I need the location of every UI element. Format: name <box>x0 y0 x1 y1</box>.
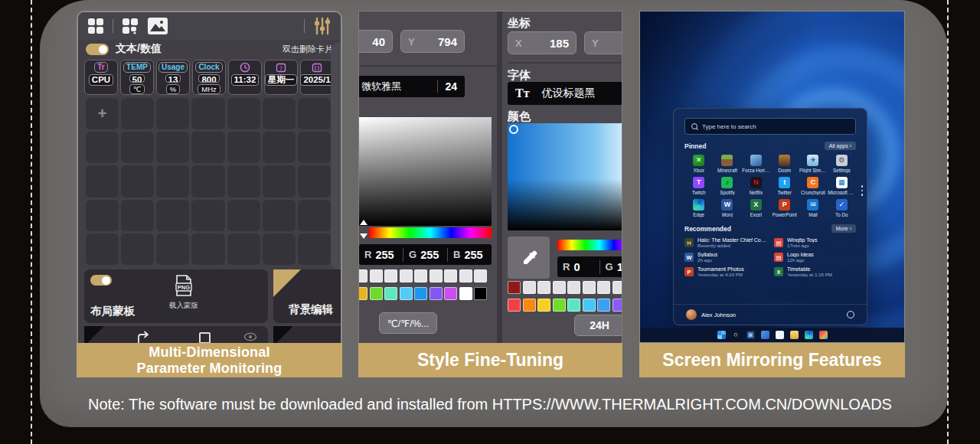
pinned-app[interactable]: Minecraft <box>713 155 741 173</box>
hue-marker-up-icon[interactable] <box>360 220 368 225</box>
hue-slider[interactable] <box>369 227 492 238</box>
grid-cell[interactable] <box>86 165 119 197</box>
image-icon[interactable] <box>147 17 168 35</box>
unit-format-button[interactable]: ℃/℉/%... <box>379 312 437 334</box>
pinned-app[interactable]: Forza Horizon 4 <box>742 155 770 173</box>
grid-cell[interactable] <box>191 233 224 265</box>
pinned-app[interactable]: ⚙ Settings <box>828 155 856 173</box>
color-swatch[interactable] <box>537 299 550 312</box>
taskbar-icon[interactable]: ▣ <box>746 331 755 339</box>
card-temp[interactable]: TEMP 50 ℃ <box>120 60 154 95</box>
card-weekday[interactable]: 7 星期一 <box>264 60 298 95</box>
recommended-item[interactable]: H Halo: The Master Chief Collection Rece… <box>684 237 766 248</box>
more-button[interactable]: More <box>831 224 856 233</box>
grid-cell[interactable] <box>156 200 189 231</box>
time-format-button[interactable]: 24H <box>574 315 622 336</box>
eyedropper-button[interactable] <box>508 237 550 279</box>
grid-cell[interactable] <box>227 165 260 197</box>
layout-mask-card[interactable]: PNG 载入蒙版 布局蒙板 <box>84 269 268 323</box>
color-swatch[interactable] <box>400 287 413 300</box>
grid-cell[interactable] <box>298 132 331 163</box>
square-shape-icon[interactable] <box>199 332 211 343</box>
hue-slider[interactable] <box>557 240 622 250</box>
y-coordinate-field[interactable]: Y 794 <box>400 30 465 53</box>
picker-marker[interactable] <box>509 125 518 134</box>
grid-cell[interactable] <box>227 132 260 163</box>
text-numeric-toggle[interactable] <box>86 44 109 55</box>
grid-cell[interactable] <box>191 165 224 197</box>
taskbar-icon[interactable] <box>819 331 828 339</box>
font-select[interactable]: Tт 优设标题黑 <box>508 82 622 105</box>
color-swatch[interactable] <box>400 269 413 282</box>
recommended-item[interactable]: ▤ Wingtip Toys 17min ago <box>774 237 856 248</box>
grid-cell[interactable] <box>298 233 331 265</box>
pinned-app[interactable]: N Netflix <box>742 177 770 195</box>
search-input[interactable]: Type here to search <box>684 118 856 135</box>
y-coordinate-field[interactable]: Y 2 <box>584 31 622 54</box>
grid-cell[interactable] <box>86 233 119 265</box>
sliders-icon[interactable] <box>313 17 332 35</box>
color-swatch[interactable] <box>523 299 536 312</box>
card-date[interactable]: 2025/1 <box>300 60 334 95</box>
card-usage[interactable]: Usage 13 % <box>156 60 190 95</box>
pinned-app[interactable]: ✕ Xbox <box>684 155 713 173</box>
recommended-item[interactable]: X Timetable Yesterday at 1:15 PM <box>774 266 856 277</box>
color-swatch[interactable] <box>414 269 427 282</box>
layout-mask-toggle[interactable] <box>90 275 112 286</box>
grid-cell[interactable] <box>121 165 154 197</box>
layout-grid-icon[interactable] <box>87 18 104 34</box>
color-swatch[interactable] <box>444 287 457 300</box>
font-select[interactable]: 微软雅黑 24 <box>358 76 465 97</box>
saturation-value-picker[interactable] <box>359 117 492 226</box>
color-swatch[interactable] <box>523 281 536 294</box>
pinned-app[interactable]: ✓ To Do <box>828 199 856 217</box>
grid-cell[interactable] <box>156 98 189 129</box>
tools-card[interactable] <box>84 326 268 343</box>
card-time[interactable]: 11:32 <box>228 60 262 95</box>
grid-cell[interactable] <box>263 165 296 197</box>
grid-cell[interactable] <box>298 98 331 129</box>
color-swatch[interactable] <box>597 281 610 294</box>
saturation-value-picker[interactable] <box>508 123 622 230</box>
taskbar-icon[interactable] <box>761 331 769 339</box>
layout-grid-add-icon[interactable] <box>122 18 139 34</box>
color-swatch[interactable] <box>612 299 623 312</box>
color-swatch[interactable] <box>414 287 427 300</box>
taskbar-icon[interactable] <box>805 331 813 339</box>
recommended-item[interactable]: W Syllabus 2h ago <box>684 252 766 263</box>
avatar[interactable] <box>686 309 697 320</box>
recommended-item[interactable]: P Tournament Photos Yesterday at 4:24 PM <box>684 266 766 277</box>
grid-cell[interactable] <box>121 98 154 129</box>
pinned-app[interactable]: C Crunchyroll <box>799 177 827 195</box>
power-icon[interactable] <box>847 311 854 318</box>
color-swatch[interactable] <box>567 299 580 312</box>
color-swatch[interactable] <box>444 269 457 282</box>
hue-marker-down-icon[interactable] <box>360 233 368 239</box>
grid-cell[interactable] <box>121 132 154 163</box>
pinned-app[interactable]: ▦ Microsoft Store <box>828 177 856 195</box>
load-mask-control[interactable]: PNG 载入蒙版 <box>161 274 207 311</box>
x-coordinate-field[interactable]: X 185 <box>508 31 577 54</box>
color-swatch[interactable] <box>583 281 596 294</box>
color-swatch[interactable] <box>358 269 368 282</box>
grid-cell[interactable] <box>227 233 260 265</box>
pinned-app[interactable]: ✉ Mail <box>799 199 827 217</box>
grid-cell[interactable] <box>263 132 296 163</box>
color-swatch[interactable] <box>474 287 487 300</box>
grid-cell[interactable] <box>86 132 119 163</box>
grid-cell[interactable] <box>263 98 296 129</box>
color-swatch[interactable] <box>459 269 472 282</box>
grid-cell[interactable] <box>121 233 154 265</box>
pinned-app[interactable]: X Excel <box>742 199 770 217</box>
color-swatch[interactable] <box>612 281 623 294</box>
color-swatch[interactable] <box>553 299 566 312</box>
color-swatch[interactable] <box>508 299 521 312</box>
grid-cell[interactable] <box>298 200 331 231</box>
card-clock-speed[interactable]: Clock 800 MHz <box>192 60 226 95</box>
grid-cell[interactable]: + <box>86 98 119 129</box>
tools-card-2[interactable] <box>273 326 342 343</box>
pinned-app[interactable]: Edge <box>684 199 713 217</box>
color-swatch[interactable] <box>597 299 610 312</box>
corner-arrow-icon[interactable] <box>135 330 150 343</box>
all-apps-button[interactable]: All apps <box>825 142 856 150</box>
